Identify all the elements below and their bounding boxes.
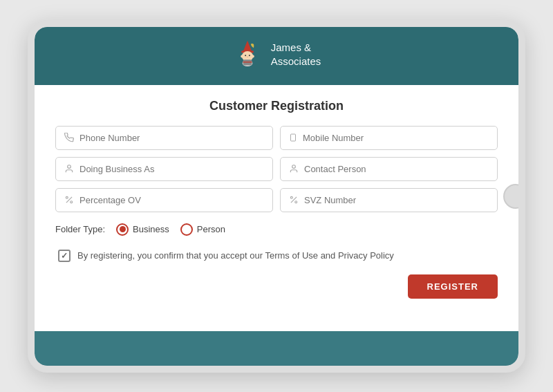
- tablet-right-button: [503, 184, 525, 209]
- checkbox-check: ✓: [61, 251, 68, 261]
- svg-point-5: [247, 56, 248, 57]
- svg-point-20: [295, 201, 297, 203]
- mobile-number-input[interactable]: [303, 133, 489, 143]
- svg-point-9: [252, 55, 254, 57]
- radio-business[interactable]: Business: [116, 223, 169, 236]
- app-header: James & Associates: [35, 27, 518, 85]
- person-icon: [64, 164, 74, 174]
- form-area: Customer Registration: [35, 85, 518, 331]
- percentage-ov-field[interactable]: [55, 188, 273, 212]
- tablet-inner: James & Associates Customer Registration: [35, 27, 518, 366]
- contact-person-icon: [289, 164, 299, 174]
- svg-line-15: [66, 197, 72, 203]
- svg-point-17: [71, 201, 73, 203]
- doing-business-as-field[interactable]: [55, 157, 273, 181]
- phone-icon: [64, 133, 74, 142]
- svg-point-8: [241, 55, 243, 57]
- register-row: REGISTER: [55, 274, 498, 299]
- radio-person-label: Person: [197, 224, 225, 234]
- percentage-icon: [64, 195, 74, 205]
- svz-number-field[interactable]: [280, 188, 498, 212]
- svg-line-18: [291, 197, 297, 203]
- terms-checkbox[interactable]: ✓: [58, 250, 71, 262]
- folder-type-row: Folder Type: Business Person: [55, 223, 498, 236]
- svg-marker-0: [243, 40, 252, 51]
- phone-number-field[interactable]: [55, 126, 273, 150]
- logo-mascot: [232, 39, 263, 70]
- mobile-icon: [289, 133, 297, 142]
- svg-point-3: [245, 55, 246, 56]
- radio-business-circle: [116, 223, 129, 236]
- radio-business-label: Business: [133, 224, 169, 234]
- svg-point-4: [249, 55, 250, 56]
- svg-point-14: [292, 165, 296, 169]
- terms-row: ✓ By registering, you confirm that you a…: [55, 250, 498, 262]
- radio-person[interactable]: Person: [180, 223, 225, 236]
- brand-name: James & Associates: [271, 41, 321, 68]
- folder-type-label: Folder Type:: [55, 224, 105, 234]
- contact-person-field[interactable]: [280, 157, 498, 181]
- svg-point-16: [66, 196, 68, 198]
- register-button[interactable]: REGISTER: [408, 274, 498, 299]
- svz-icon: [289, 195, 299, 205]
- svg-point-19: [290, 196, 292, 198]
- terms-text: By registering, you confirm that you acc…: [77, 250, 394, 261]
- tablet-frame: James & Associates Customer Registration: [28, 20, 525, 373]
- svg-point-13: [68, 165, 71, 169]
- mobile-number-field[interactable]: [280, 126, 498, 150]
- svg-rect-10: [243, 61, 252, 62]
- svz-number-input[interactable]: [304, 195, 489, 205]
- radio-person-circle: [180, 223, 193, 236]
- percentage-ov-input[interactable]: [79, 195, 264, 205]
- doing-business-as-input[interactable]: [79, 164, 264, 174]
- app-footer: [35, 331, 518, 366]
- tablet-left-button: [28, 189, 30, 204]
- form-grid: [55, 126, 498, 212]
- contact-person-input[interactable]: [304, 164, 489, 174]
- phone-number-input[interactable]: [79, 133, 264, 143]
- form-title: Customer Registration: [55, 99, 498, 113]
